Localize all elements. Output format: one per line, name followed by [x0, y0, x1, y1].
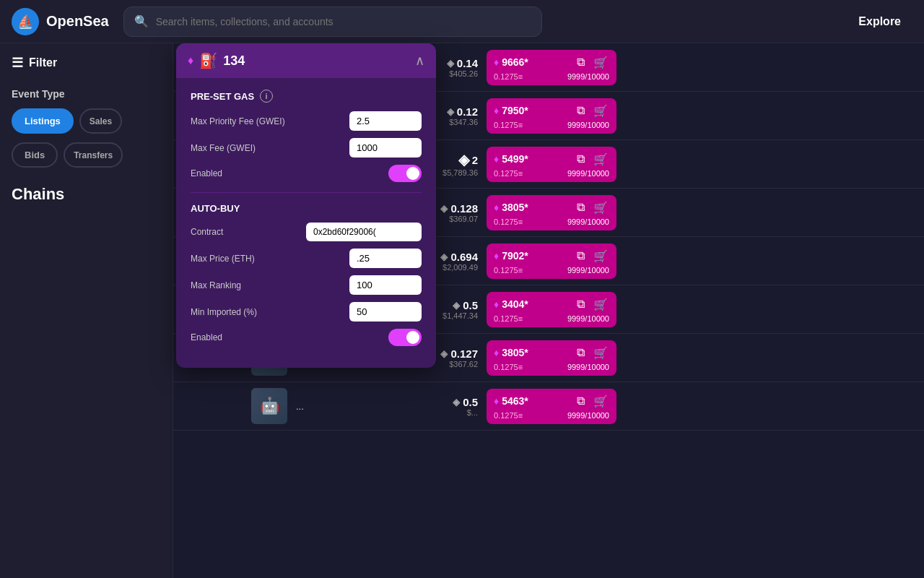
- rank-card: ♦ 3805* ⧉ 🛒 0.1275≡ 9999/10000: [487, 340, 616, 376]
- rank-price: 0.1275≡: [494, 266, 523, 275]
- copy-button[interactable]: ⧉: [575, 248, 586, 264]
- rank-price: 0.1275≡: [494, 363, 523, 371]
- rank-bottom: 0.1275≡ 9999/10000: [494, 411, 609, 420]
- dropdown-header-left: ♦ ⛽ 134: [188, 52, 245, 69]
- search-bar[interactable]: 🔍: [123, 7, 542, 37]
- rank-card: ♦ 7902* ⧉ 🛒 0.1275≡ 9999/10000: [487, 243, 616, 279]
- preset-gas-title: PRE-SET GAS i: [191, 90, 422, 103]
- opensea-logo-icon: ⛵: [12, 8, 39, 35]
- rank-supply: 9999/10000: [567, 411, 609, 420]
- preset-gas-toggle[interactable]: [388, 165, 422, 182]
- copy-button[interactable]: ⧉: [575, 199, 586, 216]
- eth-value: 0.14: [457, 57, 478, 69]
- rank-supply: 9999/10000: [567, 314, 609, 323]
- rank-card: ♦ 7950* ⧉ 🛒 0.1275≡ 9999/10000: [487, 98, 616, 134]
- logo-text: OpenSea: [46, 13, 109, 30]
- event-type-buttons-2: Bids Transfers: [12, 142, 161, 168]
- rank-actions: ⧉ 🛒: [575, 54, 609, 71]
- chevron-up-icon[interactable]: ∧: [415, 53, 424, 69]
- contract-label: Contract: [191, 227, 223, 237]
- max-priority-fee-row: Max Priority Fee (GWEI): [191, 111, 422, 131]
- rank-supply: 9999/10000: [567, 217, 609, 226]
- rank-number: ♦ 5463*: [494, 395, 528, 407]
- rank-price: 0.1275≡: [494, 217, 523, 226]
- cart-button[interactable]: 🛒: [592, 393, 609, 410]
- cart-button[interactable]: 🛒: [592, 248, 609, 264]
- contract-row: Contract: [191, 223, 422, 241]
- search-input[interactable]: [156, 16, 531, 27]
- copy-button[interactable]: ⧉: [575, 54, 586, 71]
- rank-actions: ⧉ 🛒: [575, 103, 609, 119]
- rank-top: ♦ 5463* ⧉ 🛒: [494, 393, 609, 410]
- eth-value: 0.694: [450, 251, 478, 263]
- max-price-row: Max Price (ETH): [191, 249, 422, 268]
- max-ranking-row: Max Ranking: [191, 275, 422, 295]
- rank-card: ♦ 5499* ⧉ 🛒 0.1275≡ 9999/10000: [487, 147, 616, 182]
- rank-actions: ⧉ 🛒: [575, 248, 609, 264]
- copy-button[interactable]: ⧉: [575, 151, 586, 168]
- max-priority-fee-input[interactable]: [349, 111, 422, 131]
- min-imported-input[interactable]: [349, 302, 422, 322]
- rank-supply: 9999/10000: [567, 363, 609, 371]
- header: ⛵ OpenSea 🔍 Explore: [0, 0, 924, 43]
- rank-value: 3805*: [502, 202, 528, 213]
- logo-area: ⛵ OpenSea: [12, 8, 109, 35]
- cart-button[interactable]: 🛒: [592, 54, 609, 71]
- sales-button[interactable]: Sales: [79, 108, 122, 134]
- preset-gas-enabled-label: Enabled: [191, 168, 222, 178]
- rank-actions: ⧉ 🛒: [575, 393, 609, 410]
- filter-header: ☰ Filter: [12, 55, 161, 71]
- rank-actions: ⧉ 🛒: [575, 345, 609, 361]
- price-eth: ◈ 0.5: [398, 396, 478, 408]
- cart-button[interactable]: 🛒: [592, 151, 609, 168]
- max-price-input[interactable]: [349, 249, 422, 268]
- cart-button[interactable]: 🛒: [592, 345, 609, 361]
- auto-buy-enabled-row: Enabled: [191, 329, 422, 346]
- rank-bottom: 0.1275≡ 9999/10000: [494, 266, 609, 275]
- diamond-icon: ♦: [188, 54, 193, 67]
- min-imported-label: Min Imported (%): [191, 307, 257, 317]
- rank-actions: ⧉ 🛒: [575, 296, 609, 313]
- rank-top: ♦ 3404* ⧉ 🛒: [494, 296, 609, 313]
- price-column: ◈ 0.5 $...: [398, 396, 478, 417]
- info-icon[interactable]: i: [260, 90, 273, 103]
- max-price-label: Max Price (ETH): [191, 254, 255, 264]
- rank-price: 0.1275≡: [494, 72, 523, 81]
- max-priority-fee-label: Max Priority Fee (GWEI): [191, 116, 285, 126]
- copy-button[interactable]: ⧉: [575, 393, 586, 410]
- event-type-buttons: Listings Sales: [12, 108, 161, 134]
- cart-button[interactable]: 🛒: [592, 296, 609, 313]
- divider: [191, 192, 422, 193]
- eth-value: 0.128: [450, 202, 478, 215]
- rank-supply: 9999/10000: [567, 169, 609, 178]
- chains-label: Chains: [12, 185, 64, 203]
- listings-button[interactable]: Listings: [12, 108, 74, 134]
- bids-button[interactable]: Bids: [12, 142, 58, 168]
- rank-value: 5463*: [502, 395, 528, 407]
- rank-top: ♦ 5499* ⧉ 🛒: [494, 151, 609, 168]
- contract-input[interactable]: [306, 223, 422, 241]
- copy-button[interactable]: ⧉: [575, 103, 586, 119]
- max-fee-input[interactable]: [349, 138, 422, 158]
- auto-buy-toggle[interactable]: [388, 329, 422, 346]
- transfers-button[interactable]: Transfers: [64, 142, 123, 168]
- cart-button[interactable]: 🛒: [592, 103, 609, 119]
- rank-number: ♦ 3404*: [494, 298, 528, 310]
- gas-dropdown-panel: ♦ ⛽ 134 ∧ PRE-SET GAS i Max Priority Fee…: [176, 43, 436, 368]
- rank-top: ♦ 3805* ⧉ 🛒: [494, 199, 609, 216]
- rank-bottom: 0.1275≡ 9999/10000: [494, 217, 609, 226]
- preset-gas-enabled-row: Enabled: [191, 165, 422, 182]
- sidebar: ☰ Filter Event Type Listings Sales Bids …: [0, 43, 173, 578]
- min-imported-row: Min Imported (%): [191, 302, 422, 322]
- explore-button[interactable]: Explore: [847, 9, 912, 34]
- copy-button[interactable]: ⧉: [575, 345, 586, 361]
- table-row[interactable]: 🤖 ... ◈ 0.5 $... ♦ 5463* ⧉ 🛒: [173, 382, 924, 431]
- rank-bottom: 0.1275≡ 9999/10000: [494, 169, 609, 178]
- max-ranking-input[interactable]: [349, 275, 422, 295]
- filter-icon: ☰: [12, 55, 23, 71]
- rank-card: ♦ 5463* ⧉ 🛒 0.1275≡ 9999/10000: [487, 389, 616, 424]
- cart-button[interactable]: 🛒: [592, 199, 609, 216]
- eth-value: 0.127: [450, 348, 478, 360]
- filter-label: Filter: [29, 56, 57, 69]
- copy-button[interactable]: ⧉: [575, 296, 586, 313]
